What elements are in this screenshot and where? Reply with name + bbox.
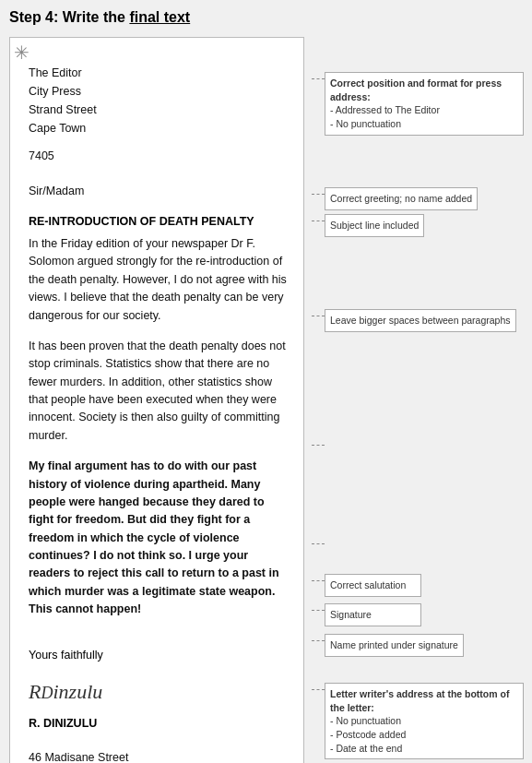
salutation-line: Yours faithfully <box>29 649 289 662</box>
signature-area: RDinzulu <box>29 680 289 704</box>
annotation-signature: Signature <box>312 603 421 626</box>
annotation-spacing3 <box>312 537 421 560</box>
sender-line1: 46 Madisane Street <box>29 748 289 764</box>
recipient-line1: The Editor <box>29 64 289 82</box>
greeting-line: Sir/Madam <box>29 182 289 200</box>
annotation-salutation: Correct salutation <box>312 574 421 597</box>
annotations-panel: Correct position and format for press ad… <box>312 37 524 763</box>
annotation-printed-name: Name printed under signature <box>312 634 464 657</box>
page-title: Step 4: Write the final text <box>9 9 523 26</box>
paragraph-1: In the Friday edition of your newspaper … <box>29 235 289 325</box>
annotation-spacing2 <box>312 438 421 461</box>
paragraph-2: It has been proven that the death penalt… <box>29 338 289 445</box>
annotation-greeting: Correct greeting; no name added <box>312 187 478 210</box>
subject-line: RE-INTRODUCTION OF DEATH PENALTY <box>29 215 289 228</box>
recipient-postcode: 7405 <box>29 147 289 165</box>
paragraph-3: My final argument has to do with our pas… <box>29 458 289 618</box>
recipient-line2: City Press <box>29 82 289 101</box>
signature-image: RDinzulu <box>29 680 289 704</box>
wand-icon: ✳ <box>14 42 30 64</box>
letter-document: ✳ The Editor City Press Strand Street Ca… <box>9 37 304 763</box>
annotation-spacing: Leave bigger spaces between paragraphs <box>312 309 516 332</box>
annotation-sender-address: Letter writer's address at the bottom of… <box>312 683 524 759</box>
annotation-press-address: Correct position and format for press ad… <box>312 72 524 136</box>
recipient-line4: Cape Town <box>29 119 289 137</box>
annotation-subject: Subject line included <box>312 214 424 237</box>
printed-name: R. DINIZULU <box>29 717 289 730</box>
recipient-line3: Strand Street <box>29 101 289 119</box>
